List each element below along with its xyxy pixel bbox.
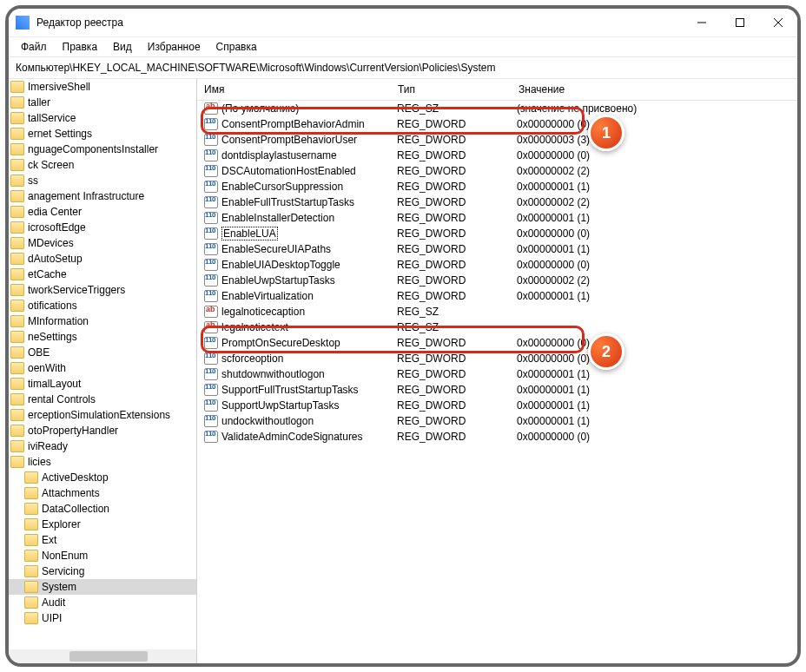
value-name: EnableFullTrustStartupTasks xyxy=(221,196,354,208)
tree-item[interactable]: Ext xyxy=(9,532,196,548)
minimize-button[interactable] xyxy=(683,9,721,36)
dword-icon xyxy=(204,368,218,380)
address-bar[interactable]: Компьютер\HKEY_LOCAL_MACHINE\SOFTWARE\Mi… xyxy=(9,57,797,79)
list-row[interactable]: PromptOnSecureDesktopREG_DWORD0x00000000… xyxy=(197,335,797,351)
tree-item[interactable]: ss xyxy=(9,173,196,188)
list-row[interactable]: EnableSecureUIAPathsREG_DWORD0x00000001 … xyxy=(197,241,797,257)
list-row[interactable]: ConsentPromptBehaviorAdminREG_DWORD0x000… xyxy=(197,116,797,132)
tree-item[interactable]: ImersiveShell xyxy=(9,79,196,95)
list-row[interactable]: EnableVirtualizationREG_DWORD0x00000001 … xyxy=(197,288,797,304)
menu-file[interactable]: Файл xyxy=(14,39,54,55)
list-row[interactable]: undockwithoutlogonREG_DWORD0x00000001 (1… xyxy=(197,413,797,429)
maximize-button[interactable] xyxy=(721,9,759,36)
folder-icon xyxy=(24,612,38,624)
folder-icon xyxy=(10,253,24,265)
dword-icon xyxy=(204,118,218,130)
menu-favorites[interactable]: Избранное xyxy=(141,39,208,55)
tree-item[interactable]: anagement Infrastructure xyxy=(9,188,196,204)
list-row[interactable]: EnableLUAREG_DWORD0x00000000 (0) xyxy=(197,226,797,241)
header-type[interactable]: Тип xyxy=(391,79,512,100)
dword-icon xyxy=(204,399,218,412)
tree-item[interactable]: erceptionSimulationExtensions xyxy=(9,407,196,423)
tree-item[interactable]: OBE xyxy=(9,345,196,360)
menu-edit[interactable]: Правка xyxy=(56,39,105,55)
list-row[interactable]: EnableInstallerDetectionREG_DWORD0x00000… xyxy=(197,210,797,226)
header-name[interactable]: Имя xyxy=(197,79,391,100)
tree-item[interactable]: licies xyxy=(9,454,196,470)
value-type: REG_DWORD xyxy=(390,181,510,193)
tree-item[interactable]: Servicing xyxy=(9,563,196,579)
tree-item[interactable]: icrosoftEdge xyxy=(9,220,196,235)
tree-item[interactable]: DataCollection xyxy=(9,501,196,517)
menu-help[interactable]: Справка xyxy=(209,39,264,55)
tree-item-label: Explorer xyxy=(42,518,81,530)
list-row[interactable]: EnableUIADesktopToggleREG_DWORD0x0000000… xyxy=(197,257,797,273)
list-row[interactable]: EnableCursorSuppressionREG_DWORD0x000000… xyxy=(197,179,797,194)
tree-item[interactable]: rental Controls xyxy=(9,392,196,407)
list-row[interactable]: legalnoticecaptionREG_SZ xyxy=(197,304,797,320)
list-row[interactable]: legalnoticetextREG_SZ xyxy=(197,320,797,335)
value-name: EnableInstallerDetection xyxy=(221,212,334,224)
tree-item[interactable]: ck Screen xyxy=(9,157,196,173)
folder-icon xyxy=(24,487,38,499)
list-row[interactable]: SupportUwpStartupTasksREG_DWORD0x0000000… xyxy=(197,398,797,413)
value-name: shutdownwithoutlogon xyxy=(221,368,325,380)
tree-item[interactable]: ernet Settings xyxy=(9,126,196,142)
tree-item[interactable]: ActiveDesktop xyxy=(9,470,196,485)
dword-icon xyxy=(204,415,218,427)
list-row[interactable]: shutdownwithoutlogonREG_DWORD0x00000001 … xyxy=(197,366,797,382)
tree-item-label: MInformation xyxy=(28,315,89,327)
tree-panel[interactable]: ImersiveShelltallertallServiceernet Sett… xyxy=(9,79,197,663)
value-data: 0x00000001 (1) xyxy=(510,368,797,380)
list-row[interactable]: EnableFullTrustStartupTasksREG_DWORD0x00… xyxy=(197,194,797,210)
tree-item-label: ImersiveShell xyxy=(28,81,90,93)
header-value[interactable]: Значение xyxy=(512,79,797,100)
list-row[interactable]: (По умолчанию)REG_SZ(значение не присвое… xyxy=(197,101,797,116)
list-row[interactable]: scforceoptionREG_DWORD0x00000000 (0) xyxy=(197,351,797,366)
list-row[interactable]: EnableUwpStartupTasksREG_DWORD0x00000002… xyxy=(197,273,797,288)
tree-item[interactable]: System xyxy=(9,579,196,595)
tree-item[interactable]: otoPropertyHandler xyxy=(9,423,196,438)
tree-item[interactable]: dAutoSetup xyxy=(9,251,196,267)
tree-item[interactable]: iviReady xyxy=(9,438,196,454)
titlebar[interactable]: Редактор реестра xyxy=(9,9,797,37)
scrollbar-thumb[interactable] xyxy=(69,651,148,662)
close-button[interactable] xyxy=(759,9,797,36)
value-list[interactable]: Имя Тип Значение (По умолчанию)REG_SZ(зн… xyxy=(197,79,797,663)
tree-item[interactable]: taller xyxy=(9,95,196,110)
list-row[interactable]: ValidateAdminCodeSignaturesREG_DWORD0x00… xyxy=(197,429,797,445)
dword-icon xyxy=(204,227,218,240)
tree-item-label: otifications xyxy=(28,300,77,312)
list-row[interactable]: ConsentPromptBehaviorUserREG_DWORD0x0000… xyxy=(197,132,797,148)
tree-item[interactable]: timalLayout xyxy=(9,376,196,392)
string-icon xyxy=(204,102,218,115)
tree-scrollbar[interactable] xyxy=(9,649,196,663)
list-header[interactable]: Имя Тип Значение xyxy=(197,79,797,101)
tree-item[interactable]: neSettings xyxy=(9,329,196,345)
value-data: 0x00000000 (0) xyxy=(510,259,797,271)
tree-item[interactable]: Attachments xyxy=(9,485,196,501)
tree-item[interactable]: Explorer xyxy=(9,517,196,532)
tree-item[interactable]: tworkServiceTriggers xyxy=(9,282,196,298)
tree-item[interactable]: otifications xyxy=(9,298,196,313)
tree-item[interactable]: Audit xyxy=(9,595,196,610)
tree-item[interactable]: etCache xyxy=(9,267,196,282)
value-type: REG_SZ xyxy=(390,321,510,333)
tree-item[interactable]: MInformation xyxy=(9,313,196,329)
value-name: (По умолчанию) xyxy=(221,102,299,115)
tree-item[interactable]: NonEnum xyxy=(9,548,196,563)
folder-icon xyxy=(10,190,24,202)
list-row[interactable]: DSCAutomationHostEnabledREG_DWORD0x00000… xyxy=(197,163,797,179)
tree-item[interactable]: oenWith xyxy=(9,360,196,376)
menu-view[interactable]: Вид xyxy=(106,39,139,55)
tree-item[interactable]: tallService xyxy=(9,110,196,126)
list-row[interactable]: SupportFullTrustStartupTasksREG_DWORD0x0… xyxy=(197,382,797,398)
tree-item[interactable]: UIPI xyxy=(9,610,196,626)
tree-item[interactable]: edia Center xyxy=(9,204,196,220)
list-row[interactable]: dontdisplaylastusernameREG_DWORD0x000000… xyxy=(197,148,797,163)
dword-icon xyxy=(204,259,218,271)
folder-icon xyxy=(10,393,24,405)
tree-item-label: icrosoftEdge xyxy=(28,221,86,234)
tree-item[interactable]: nguageComponentsInstaller xyxy=(9,142,196,157)
tree-item[interactable]: MDevices xyxy=(9,235,196,251)
